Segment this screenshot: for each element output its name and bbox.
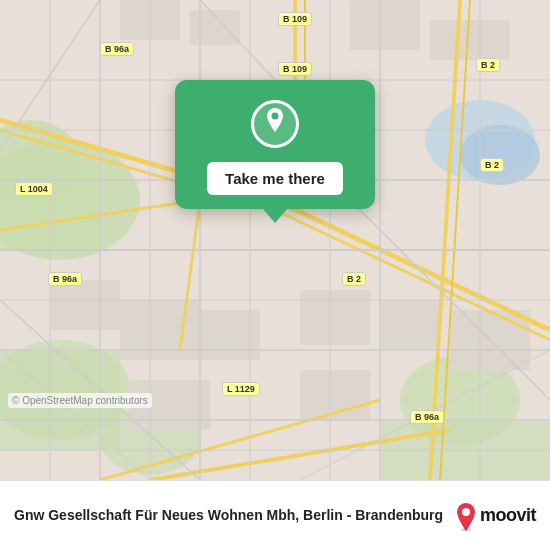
svg-rect-16: [200, 310, 260, 360]
svg-rect-13: [350, 0, 420, 50]
location-name: Gnw Gesellschaft Für Neues Wohnen Mbh, B…: [14, 506, 445, 524]
road-badge-l1129: L 1129: [222, 382, 260, 396]
road-badge-b2-top: B 2: [476, 58, 500, 72]
popup-card: Take me there: [175, 80, 375, 209]
bottom-bar: Gnw Gesellschaft Für Neues Wohnen Mbh, B…: [0, 480, 550, 550]
map-container: B 109 B 109 B 96a B 96a B 2 B 96a B 2 B …: [0, 0, 550, 480]
svg-point-5: [460, 125, 540, 185]
road-badge-b96a-bot: B 96a: [410, 410, 444, 424]
svg-point-59: [461, 528, 471, 531]
moovit-text: moovit: [480, 505, 536, 526]
svg-rect-19: [50, 280, 120, 330]
road-badge-b109-mid: B 109: [278, 62, 312, 76]
take-me-there-button[interactable]: Take me there: [207, 162, 343, 195]
map-background: [0, 0, 550, 480]
svg-rect-17: [300, 290, 370, 345]
road-badge-b96a-mid: B 96a: [48, 272, 82, 286]
svg-rect-18: [380, 300, 440, 350]
road-badge-b2-mid: B 2: [480, 158, 504, 172]
location-info: Gnw Gesellschaft Für Neues Wohnen Mbh, B…: [14, 506, 445, 524]
location-pin-icon: [263, 108, 287, 140]
moovit-pin-icon: [455, 503, 477, 529]
moovit-logo: moovit: [455, 503, 536, 529]
location-icon-circle: [251, 100, 299, 148]
road-badge-b96a-right: B 2: [342, 272, 366, 286]
road-badge-b109-top: B 109: [278, 12, 312, 26]
svg-point-57: [272, 113, 279, 120]
road-badge-l1004: L 1004: [15, 182, 53, 196]
copyright-text: © OpenStreetMap contributors: [8, 393, 152, 408]
svg-rect-14: [430, 20, 510, 60]
svg-rect-15: [120, 300, 200, 360]
road-badge-b96a-top: B 96a: [100, 42, 134, 56]
svg-point-58: [462, 508, 470, 516]
